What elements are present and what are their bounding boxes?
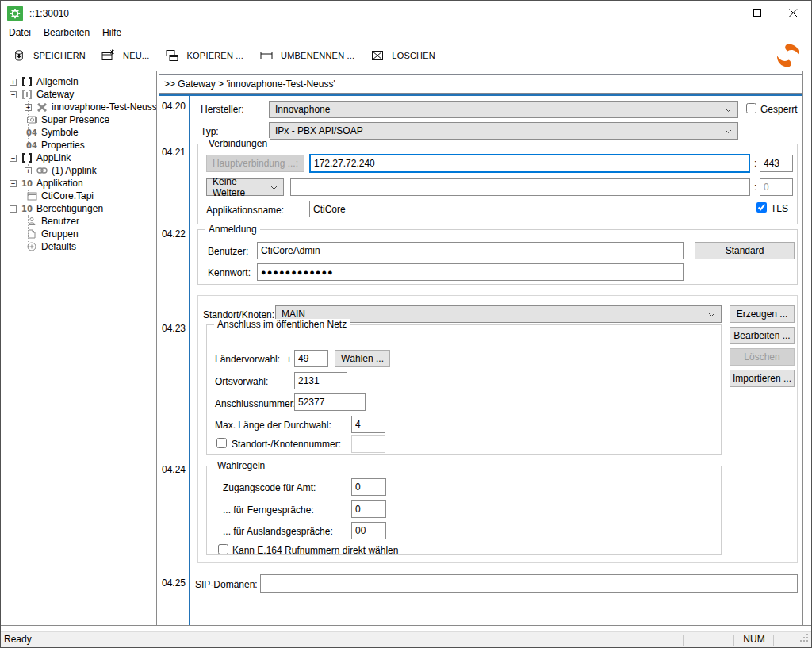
toolbar-new-button[interactable]: NEU...: [95, 47, 156, 64]
tree-item-properties[interactable]: 04Properties: [1, 139, 156, 151]
ferngespraeche-input[interactable]: [351, 500, 386, 518]
hersteller-select[interactable]: Innovaphone: [269, 101, 738, 118]
colon-separator: :: [754, 158, 756, 169]
toolbar-rename-button[interactable]: UMBENENNEN ...: [253, 47, 361, 64]
e164-checkbox[interactable]: [218, 544, 228, 554]
ortsvorwahl-input[interactable]: [294, 372, 347, 389]
tree-item-gruppen[interactable]: Gruppen: [1, 228, 156, 240]
e164-label: Kann E.164 Rufnummern direkt wählen: [232, 545, 398, 556]
close-button[interactable]: [776, 1, 811, 25]
applikationsname-label: Applikationsname:: [206, 205, 284, 216]
toolbar-save-button[interactable]: SPEICHERN: [6, 47, 92, 64]
section-number: 04.24: [162, 464, 186, 475]
tree-item-super-presence[interactable]: Super Presence: [1, 113, 156, 126]
colon-separator: :: [754, 182, 756, 193]
plus-prefix: +: [286, 354, 292, 365]
anschlussnummer-input[interactable]: [294, 393, 366, 411]
sip-domaenen-input[interactable]: [260, 574, 798, 593]
host2-input[interactable]: [290, 178, 750, 196]
waehlen-button[interactable]: Wählen ...: [335, 350, 390, 367]
ortsvorwahl-label: Ortsvorwahl:: [215, 376, 268, 387]
tree-item-applink[interactable]: −AppLink: [1, 151, 156, 164]
tree-item-symbole[interactable]: 04Symbole: [1, 126, 156, 139]
tree-expand-minus-box[interactable]: −: [10, 155, 17, 162]
durchwahl-label: Max. Länge der Durchwahl:: [215, 420, 331, 431]
standard-button[interactable]: Standard: [695, 242, 795, 259]
copy-icon: [166, 50, 180, 61]
presence-icon: [25, 114, 39, 125]
menu-bar: DateiBearbeitenHilfe: [1, 25, 811, 40]
auslandsgespraeche-input[interactable]: [351, 522, 386, 539]
page-icon: [25, 228, 39, 240]
durchwahl-input[interactable]: [351, 416, 385, 433]
amt-input[interactable]: [351, 478, 386, 496]
chevron-down-icon: [270, 182, 278, 193]
tree-expand-minus-box[interactable]: −: [10, 91, 17, 98]
tree-item-cticore-tapi[interactable]: CtiCore.Tapi: [1, 190, 156, 202]
port-input[interactable]: [760, 155, 793, 172]
typ-select[interactable]: IPx - PBX API/SOAP: [269, 122, 738, 140]
tree-item-allgemein[interactable]: +Allgemein: [1, 75, 156, 88]
knotennummer-input[interactable]: [351, 435, 385, 453]
menu-item-bearbeiten[interactable]: Bearbeiten: [37, 25, 96, 40]
tree-item-berechtigungen[interactable]: −10Berechtigungen: [1, 202, 156, 215]
delete-icon: [370, 50, 385, 61]
number-10-icon: 10: [20, 178, 34, 189]
brackets-icon: [20, 152, 34, 163]
status-bar: Ready NUM: [1, 631, 811, 647]
save-icon: [12, 50, 26, 61]
laendervorwahl-input[interactable]: [294, 350, 328, 367]
gesperrt-checkbox[interactable]: [746, 103, 756, 113]
l-schen-button[interactable]: Löschen: [730, 348, 795, 366]
rename-icon: [259, 50, 274, 61]
port2-input[interactable]: [760, 178, 793, 196]
laendervorwahl-label: Ländervorwahl:: [215, 354, 280, 365]
new-icon: [102, 50, 116, 61]
toolbar-copy-button[interactable]: KOPIEREN ...: [159, 47, 250, 64]
tree-expand-minus-box[interactable]: −: [10, 180, 17, 187]
minimize-button[interactable]: [704, 1, 740, 25]
tree-expand-plus-box[interactable]: +: [10, 79, 17, 86]
user-icon: [25, 216, 39, 227]
tree-item-applikation[interactable]: −10Applikation: [1, 177, 156, 190]
tree-item-defaults[interactable]: Defaults: [1, 240, 156, 253]
hauptverbindung-button[interactable]: Hauptverbindung ...:: [206, 155, 304, 172]
content-panel: >> Gateway > 'innovaphone-Test-Neuss' 04…: [157, 71, 803, 625]
brackets-gray-icon: [20, 89, 34, 100]
form-area: Hersteller: Innovaphone Gesperrt Typ: IP…: [190, 96, 802, 625]
wahlregeln-group: Wahlregeln Zugangscode für Amt: ... für …: [206, 466, 722, 555]
toolbar: SPEICHERNNEU...KOPIEREN ...UMBENENNEN ..…: [1, 40, 811, 71]
kennwort-input[interactable]: [257, 263, 684, 281]
weitere-verbindung-select[interactable]: Keine Weitere: [206, 178, 284, 196]
section-number: 04.20: [162, 101, 186, 112]
tree-item-innovaphone-test-neuss[interactable]: +innovaphone-Test-Neuss: [1, 101, 156, 113]
tree-item-1-applink[interactable]: +(1) Applink: [1, 164, 156, 177]
menu-item-datei[interactable]: Datei: [2, 25, 37, 40]
tree-item-benutzer[interactable]: Benutzer: [1, 215, 156, 228]
anmeldung-legend: Anmeldung: [205, 224, 260, 235]
menu-item-hilfe[interactable]: Hilfe: [96, 25, 128, 40]
tree-expand-plus-box[interactable]: +: [25, 167, 32, 174]
applikationsname-input[interactable]: [309, 201, 404, 217]
tree-expand-plus-box[interactable]: +: [25, 104, 32, 111]
tls-checkbox[interactable]: [756, 202, 767, 213]
main-area: +Allgemein−Gateway+innovaphone-Test-Neus…: [1, 71, 811, 626]
bearbeiten-button[interactable]: Bearbeiten ...: [730, 327, 795, 344]
application-window: ::1:30010 DateiBearbeitenHilfe SPEICHERN…: [0, 0, 812, 648]
chevron-down-icon: [725, 104, 732, 115]
gesperrt-label: Gesperrt: [760, 104, 798, 115]
erzeugen-button[interactable]: Erzeugen ...: [730, 305, 795, 323]
knotennummer-checkbox[interactable]: [216, 438, 227, 448]
chevron-down-icon: [708, 309, 715, 320]
benutzer-input[interactable]: [257, 242, 684, 259]
anschluss-group: Anschluss im öffentlichen Netz Ländervor…: [206, 324, 722, 455]
tree-item-gateway[interactable]: −Gateway: [1, 88, 156, 101]
maximize-button[interactable]: [740, 1, 776, 25]
importieren-button[interactable]: Importieren ...: [730, 370, 795, 387]
host-input[interactable]: [309, 154, 750, 173]
resize-grip[interactable]: [799, 632, 809, 645]
tree-expand-minus-box[interactable]: −: [10, 205, 17, 213]
bottom-spacer: [1, 626, 811, 631]
toolbar-delete-button[interactable]: LÖSCHEN: [364, 47, 442, 64]
section-number: 04.25: [162, 577, 186, 589]
